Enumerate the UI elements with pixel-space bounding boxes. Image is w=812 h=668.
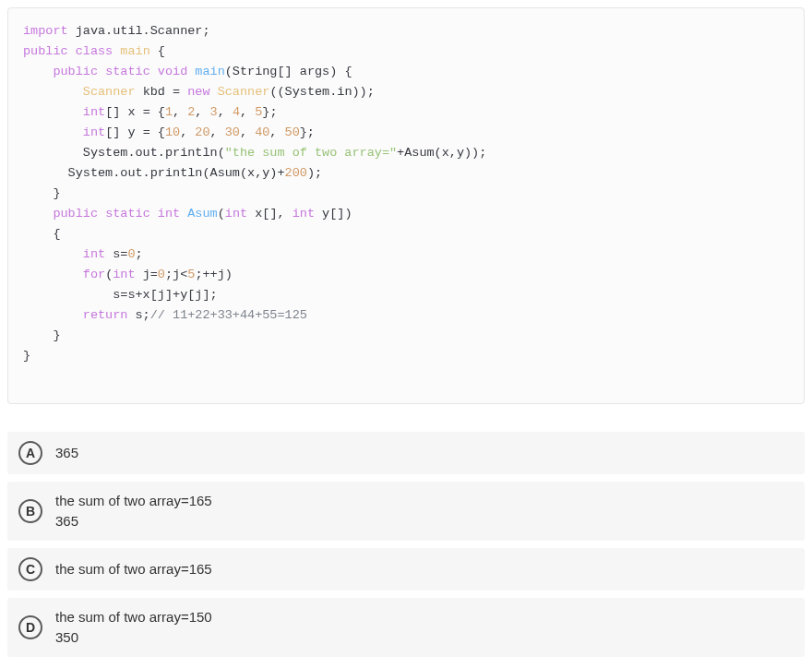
brace: } [53,328,60,342]
type-int: int [293,207,315,221]
num: 200 [285,166,307,180]
type-int: int [83,247,105,261]
type-int: int [83,125,105,139]
option-d-line2: 350 [55,627,212,648]
brace: } [53,186,60,200]
code-text: System.out.println(Asum(x,y)+ [68,166,285,180]
code-text: s; [127,308,149,322]
code-text: [] y = { [105,125,165,139]
comma: , [173,105,187,119]
param: y[]) [315,207,352,221]
param: x[], [247,207,293,221]
comma: , [240,125,255,139]
code-text: s=s+x[j]+y[j]; [113,288,217,302]
code-text: ;++j) [195,268,233,281]
kw-public: public [23,44,68,58]
option-letter-c: C [18,557,42,581]
comma: , [180,125,195,139]
comma: , [240,105,255,119]
option-d-line1: the sum of two array=150 [55,607,212,627]
option-b-line2: 365 [55,511,212,531]
option-text-d: the sum of two array=150 350 [55,607,212,648]
num: 1 [165,105,173,119]
type-int: int [113,268,135,281]
fn-asum: Asum [187,207,217,221]
code-text: }; [262,105,277,119]
kw-public: public [53,207,98,221]
num: 40 [255,125,269,139]
brace: { [53,227,60,241]
kw-import: import [23,24,68,38]
code-block: import java.util.Scanner; public class m… [7,7,805,404]
option-letter-a: A [18,441,42,465]
option-a[interactable]: A 365 [7,432,805,474]
string-literal: "the sum of two array=" [225,146,397,160]
comma: , [218,105,233,119]
type-scanner: Scanner [83,85,136,99]
kw-void: void [158,65,187,78]
code-text: }; [300,125,315,139]
option-text-b: the sum of two array=165 365 [55,491,212,531]
code-text: java.util.Scanner; [68,24,210,38]
option-letter-d: D [18,615,42,639]
kw-new: new [187,85,209,99]
code-text: s= [105,247,127,261]
option-letter-b: B [18,499,42,523]
kw-static: static [105,65,150,78]
comma: , [195,105,209,119]
type-int: int [225,207,247,221]
kw-class: class [76,44,113,58]
class-name: main [120,44,149,58]
num: 3 [210,105,218,119]
comment: // 11+22+33+44+55=125 [150,308,307,322]
brace: } [23,349,30,363]
brace: { [150,44,165,58]
option-text-c: the sum of two array=165 [55,559,212,579]
num: 50 [285,125,300,139]
fn-main: main [195,65,224,78]
option-b[interactable]: B the sum of two array=165 365 [7,482,805,541]
kw-return: return [83,308,128,322]
semi: ; [136,247,143,261]
option-b-line1: the sum of two array=165 [55,491,212,511]
kw-int: int [158,207,180,221]
code-text: [] x = { [105,105,165,119]
code-text: kbd = [136,85,188,99]
paren: ( [218,207,225,221]
num: 20 [195,125,209,139]
num: 0 [127,247,135,261]
code-content: import java.util.Scanner; public class m… [23,21,789,366]
code-text: ); [307,166,322,180]
kw-public: public [53,65,98,78]
kw-for: for [83,268,105,281]
num: 10 [165,125,180,139]
code-text: j= [136,268,158,281]
num: 4 [233,105,240,119]
num: 0 [158,268,165,281]
code-text: ((System.in)); [269,85,374,99]
option-text-a: 365 [55,443,78,463]
kw-static: static [105,207,150,221]
comma: , [210,125,225,139]
num: 30 [225,125,240,139]
answer-options: A 365 B the sum of two array=165 365 C t… [7,432,805,657]
code-text: System.out.println( [83,146,225,160]
params: (String[] args) { [225,65,352,78]
type-scanner: Scanner [210,85,270,99]
type-int: int [83,105,105,119]
option-c[interactable]: C the sum of two array=165 [7,548,805,590]
code-text: ;j< [165,268,187,281]
comma: , [269,125,284,139]
code-text: +Asum(x,y)); [397,146,486,160]
option-d[interactable]: D the sum of two array=150 350 [7,598,805,657]
